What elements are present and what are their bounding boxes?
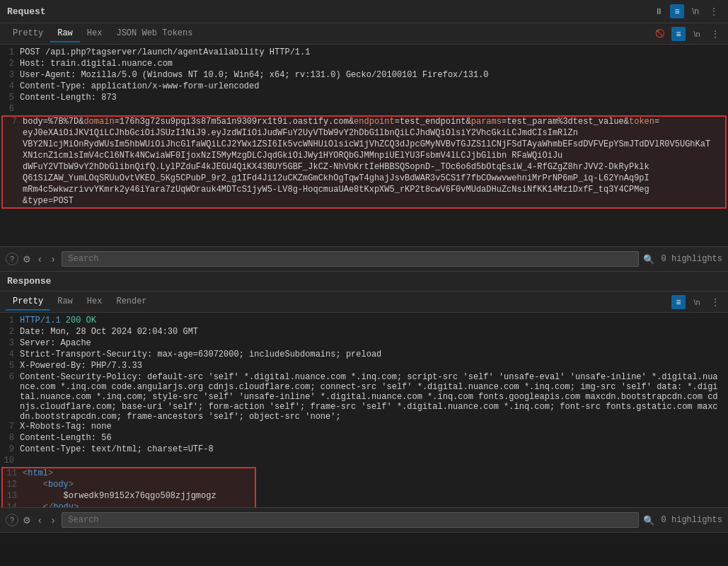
prev-result-button[interactable]: ‹ <box>35 252 45 266</box>
tab-pretty-response[interactable]: Pretty <box>6 294 50 311</box>
response-search-bar: ? ⚙ ‹ › 🔍 0 highlights <box>0 507 728 533</box>
stream-icon[interactable]: ≡ <box>671 27 686 41</box>
tab-hex-response[interactable]: Hex <box>80 294 110 311</box>
tab-pretty-request[interactable]: Pretty <box>6 25 50 42</box>
newline-icon[interactable]: \n <box>688 4 703 18</box>
table-row: &type=POST <box>3 196 725 207</box>
response-tabs-right: ≡ \n ⋮ <box>671 295 722 309</box>
request-toolbar-icons: ⏸ ≡ \n ⋮ <box>652 4 721 18</box>
response-title: Response <box>7 276 51 287</box>
table-row: 1 HTTP/1.1 200 OK <box>0 316 728 327</box>
table-row: VBY2NlcjMiOnRydWUsIm5hbWUiOiJhcGlfaWQiLC… <box>3 139 725 151</box>
pause-icon[interactable]: ⏸ <box>652 4 666 18</box>
table-row: mRm4c5wkwzrivvYKmrk2y46iYara7zUqWOrauk4M… <box>3 185 725 196</box>
search-icon-response[interactable]: 🔍 <box>643 515 654 526</box>
response-highlight-block: 11 <html> 12 <body> 13 $orwedk9n9152x76q… <box>1 467 256 507</box>
table-row: dWFuY2VTbW9vY2hDbGlibnQifQ.LylPZduF4kJEG… <box>3 162 725 173</box>
newline-icon-response[interactable]: \n <box>690 295 704 309</box>
prev-result-button-response[interactable]: ‹ <box>35 513 45 527</box>
table-row: XN1cnZ1cmlsImV4cCl6NTk4NCwiaWF0IjoxNzI5M… <box>3 151 725 162</box>
table-row: 4 Content-Type: application/x-www-form-u… <box>0 81 728 93</box>
request-tabs-right: 🚫 ≡ \n ⋮ <box>653 27 722 41</box>
stream-icon-response[interactable]: ≡ <box>671 295 686 309</box>
table-row: 10 <box>0 456 728 467</box>
table-row: 14 </body> <box>3 502 255 507</box>
menu-icon[interactable]: ⋮ <box>707 4 721 18</box>
table-row: 11 <html> <box>3 468 255 480</box>
response-header: Response <box>0 272 728 291</box>
filter-icon[interactable]: 🚫 <box>653 27 667 41</box>
table-row: 6 <box>0 104 728 115</box>
search-icon[interactable]: 🔍 <box>643 254 654 265</box>
settings-icon[interactable]: ⚙ <box>23 254 31 265</box>
table-row: 1 POST /api.php?tagserver/launch/agentAv… <box>0 47 728 59</box>
table-row: 12 <body> <box>3 480 255 491</box>
more-icon-response[interactable]: ⋮ <box>708 295 722 309</box>
table-row: 7 body=%7B%7D&domain=176h3g72su9pqi3s87m… <box>3 117 725 128</box>
help-icon-response[interactable]: ? <box>6 514 18 526</box>
table-row: 13 $orwedk9n9152x76qgo508zjjgmogz <box>3 491 255 502</box>
table-row: 9 Content-Type: text/html; charset=UTF-8 <box>0 444 728 456</box>
table-row: 2 Date: Mon, 28 Oct 2024 02:04:30 GMT <box>0 327 728 338</box>
tab-render-response[interactable]: Render <box>109 294 154 311</box>
request-highlights-count: 0 highlights <box>661 254 722 264</box>
settings-icon-response[interactable]: ⚙ <box>23 515 31 526</box>
response-highlights-count: 0 highlights <box>661 515 722 525</box>
table-row: 3 Server: Apache <box>0 338 728 350</box>
table-row: 2 Host: train.digital.nuance.com <box>0 59 728 70</box>
table-row: 5 Content-Length: 873 <box>0 93 728 104</box>
table-row: Q61SiZAW_YumLOqSRUuOvtVKEO_5Kg5CPubP_9r2… <box>3 173 725 185</box>
table-row: 5 X-Powered-By: PHP/7.3.33 <box>0 361 728 372</box>
tab-raw-response[interactable]: Raw <box>50 294 80 311</box>
response-section: Response Pretty Raw Hex Render ≡ \n ⋮ 1 … <box>0 272 728 533</box>
tab-hex-request[interactable]: Hex <box>80 25 110 42</box>
search-input-request[interactable] <box>62 251 638 267</box>
search-input-response[interactable] <box>62 512 638 528</box>
wrap-icon[interactable]: ≡ <box>670 4 684 18</box>
response-code-area: 1 HTTP/1.1 200 OK 2 Date: Mon, 28 Oct 20… <box>0 313 728 507</box>
table-row: 8 Content-Length: 56 <box>0 433 728 444</box>
request-highlight-block: 7 body=%7B%7D&domain=176h3g72su9pqi3s87m… <box>1 115 727 209</box>
next-result-button[interactable]: › <box>49 252 58 266</box>
table-row: eyJ0eXAiOiJKV1QiLCJhbGciOiJSUzI1NiJ9.eyJ… <box>3 128 725 139</box>
request-title: Request <box>7 6 46 17</box>
tab-json-web-tokens[interactable]: JSON Web Tokens <box>109 25 200 42</box>
request-code-area: 1 POST /api.php?tagserver/launch/agentAv… <box>0 45 728 246</box>
request-search-bar: ? ⚙ ‹ › 🔍 0 highlights <box>0 246 728 272</box>
help-icon[interactable]: ? <box>6 253 18 265</box>
response-tabs-bar: Pretty Raw Hex Render ≡ \n ⋮ <box>0 291 728 313</box>
tab-raw-request[interactable]: Raw <box>50 25 80 42</box>
table-row: 4 Strict-Transport-Security: max-age=630… <box>0 350 728 361</box>
next-result-button-response[interactable]: › <box>49 513 58 527</box>
request-header: Request ⏸ ≡ \n ⋮ <box>0 0 728 23</box>
request-section: Request ⏸ ≡ \n ⋮ Pretty Raw Hex JSON Web… <box>0 0 728 272</box>
newline-icon-right[interactable]: \n <box>690 27 704 41</box>
table-row: 6 Content-Security-Policy: default-src '… <box>0 372 728 422</box>
request-tabs-bar: Pretty Raw Hex JSON Web Tokens 🚫 ≡ \n ⋮ <box>0 23 728 45</box>
more-icon[interactable]: ⋮ <box>708 27 722 41</box>
table-row: 3 User-Agent: Mozilla/5.0 (Windows NT 10… <box>0 70 728 81</box>
table-row: 7 X-Robots-Tag: none <box>0 422 728 433</box>
